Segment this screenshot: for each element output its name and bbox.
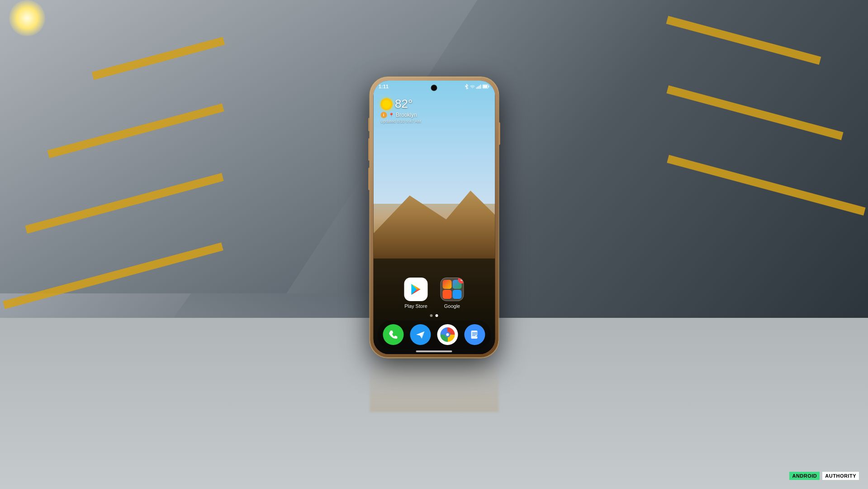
svg-rect-7 [471,331,478,339]
signal-icon [476,84,481,89]
authority-text: AUTHORITY [822,472,859,480]
weather-location-row: i 📍 Brooklyn [380,112,421,118]
watermark: ANDROID AUTHORITY [789,472,859,480]
home-indicator[interactable] [416,350,452,352]
google-folder-app[interactable]: 4 Google [441,278,464,309]
folder-icon-1 [443,280,452,289]
svg-rect-0 [476,87,477,89]
svg-rect-6 [483,85,487,88]
google-folder-icon[interactable]: 4 [441,278,464,301]
dock-chrome-app[interactable] [437,324,458,345]
weather-updated-time: Updated 8/10 9:47 AM [380,119,421,124]
dock-phone-app[interactable] [383,324,404,345]
front-camera [432,85,437,91]
weather-info-icon: i [380,112,387,118]
samsung-notes-icon [470,330,480,340]
page-indicator [373,314,495,317]
phone-screen: 1:11 [373,81,495,354]
weather-location: Brooklyn [396,112,417,118]
play-store-app[interactable]: Play Store [404,278,428,309]
volume-down-button[interactable] [368,138,370,161]
phone-body: 1:11 [370,77,498,358]
status-system-icons [464,84,489,89]
svg-rect-1 [477,86,478,89]
folder-icon-3 [443,290,452,299]
dock-samsung-notes-app[interactable] [465,324,485,345]
weather-temp-row: 82° [380,97,421,111]
status-icons-right [464,84,489,89]
page-dot-2 [436,314,438,317]
weather-widget[interactable]: 82° i 📍 Brooklyn Updated 8/10 9:47 AM [380,97,421,124]
chrome-center [445,332,451,337]
sun-icon [380,98,392,110]
google-folder-label: Google [444,303,460,309]
phone-call-icon [389,330,398,340]
light-orb [9,0,45,36]
page-dot-1 [430,314,433,317]
volume-up-button[interactable] [368,118,370,131]
status-time: 1:11 [379,84,389,89]
play-store-label: Play Store [404,303,427,309]
phone-reflection [370,358,498,412]
android-text: ANDROID [789,472,820,480]
s-pen-slot [368,168,370,190]
bluetooth-icon [464,84,469,89]
power-button[interactable] [498,122,500,145]
wifi-icon [470,84,475,89]
phone-wrapper: 1:11 [370,77,498,412]
play-store-icon[interactable] [404,278,428,301]
dock-telegram-app[interactable] [410,324,431,345]
weather-temperature: 82° [395,97,413,111]
play-store-logo [409,282,423,297]
svg-rect-2 [479,86,479,89]
svg-rect-3 [480,85,481,89]
telegram-icon [416,330,426,340]
app-dock [378,321,490,349]
location-pin-icon: 📍 [389,113,394,118]
svg-rect-5 [488,86,489,87]
chrome-ring [441,327,455,342]
screen-content: 1:11 [373,81,495,354]
app-icons-area: Play Store 4 Google [373,278,495,309]
folder-icon-4 [453,290,462,299]
battery-icon [482,84,489,89]
